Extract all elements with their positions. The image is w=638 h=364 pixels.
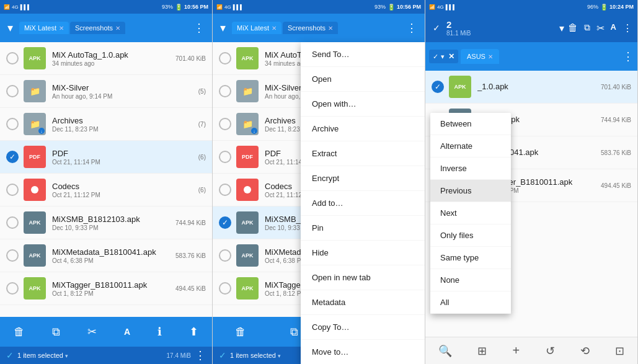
checkbox-4[interactable] bbox=[6, 184, 19, 196]
battery-icon: 🔋 bbox=[175, 4, 182, 11]
bottom-status-1: ✓ 1 item selected ▾ 17.4 MiB ⋮ bbox=[0, 347, 212, 364]
checkbox-1[interactable] bbox=[6, 85, 19, 97]
select-down-btn[interactable]: ✓ ▾ ✕ bbox=[429, 50, 458, 63]
file-item-2[interactable]: 📁 ↓ Archives Dec 11, 8:23 PM (7) bbox=[0, 108, 212, 141]
file-item-1[interactable]: 📁 MiX-Silver An hour ago, 9:14 PM (5) bbox=[0, 75, 212, 108]
search-icon[interactable]: 🔍 bbox=[438, 344, 452, 358]
menu-archive[interactable]: Archive bbox=[301, 117, 425, 141]
status-text-1: 1 item selected ▾ bbox=[17, 352, 163, 359]
select-inverse[interactable]: Inverse bbox=[430, 158, 511, 180]
menu-open-new-tab[interactable]: Open in new tab bbox=[301, 265, 425, 290]
file-item-6[interactable]: APK MiXMetadata_B1810041.apk Oct 4, 6:38… bbox=[0, 239, 212, 272]
checkbox-0[interactable] bbox=[6, 52, 19, 64]
file-info-5: MiXSMB_B1812103.apk Dec 10, 9:33 PM bbox=[52, 215, 175, 231]
signal-4g: 4G bbox=[12, 4, 19, 10]
status-bar-3: 📶 4G ▌▌▌ 96% 🔋 10:24 PM bbox=[425, 0, 637, 14]
select-only-files[interactable]: Only files bbox=[430, 224, 511, 247]
tab-close-1[interactable]: ✕ bbox=[59, 25, 64, 32]
checkbox-5[interactable] bbox=[6, 216, 19, 229]
status-time-3: 10:24 PM bbox=[609, 4, 634, 10]
signal-4g-3: 4G bbox=[437, 4, 444, 10]
menu-pin[interactable]: Pin bbox=[301, 216, 425, 241]
select-all[interactable]: All bbox=[430, 291, 511, 314]
file-info-4: Codecs Oct 21, 11:12 PM bbox=[52, 182, 198, 198]
close-select-icon[interactable]: ✕ bbox=[448, 52, 454, 61]
menu-extract[interactable]: Extract bbox=[301, 141, 425, 166]
cut-icon[interactable]: ✂ bbox=[87, 325, 97, 339]
menu-copy-to[interactable]: Copy To… bbox=[301, 315, 425, 340]
p3-delete-icon[interactable]: 🗑 bbox=[568, 22, 578, 34]
p3-rename-icon[interactable]: A bbox=[611, 22, 616, 34]
info-icon[interactable]: ℹ bbox=[157, 325, 162, 339]
grid-icon[interactable]: ⊞ bbox=[477, 344, 487, 358]
file-info-0: MiX AutoTag_1.0.apk 34 minutes ago bbox=[52, 50, 175, 67]
checkbox-6[interactable] bbox=[6, 249, 19, 262]
select-none[interactable]: None bbox=[430, 269, 511, 291]
p3-more-icon[interactable]: ⋮ bbox=[622, 22, 632, 34]
file-count-2: (7) bbox=[198, 121, 206, 128]
select-between[interactable]: Between bbox=[430, 113, 511, 135]
tab-close-2[interactable]: ✕ bbox=[115, 25, 120, 32]
file-list-3: ✓ APK _1.0.apk 701.40 KiB APK 812103.apk… bbox=[425, 71, 637, 337]
file-item-4[interactable]: Codecs Oct 21, 11:12 PM (6) bbox=[0, 174, 212, 206]
checkbox-7[interactable] bbox=[6, 282, 19, 295]
grid-alt-icon[interactable]: ⊡ bbox=[615, 344, 624, 358]
status-time-1: 10:56 PM bbox=[184, 4, 208, 10]
chevron-down-icon[interactable]: ▾ bbox=[5, 19, 16, 37]
checkbox-2[interactable] bbox=[6, 118, 19, 130]
menu-send-to[interactable]: Send To… bbox=[301, 42, 425, 67]
refresh-icon[interactable]: ↺ bbox=[546, 344, 555, 358]
status-icons-right-3: 96% 🔋 10:24 PM bbox=[587, 4, 634, 11]
more-icon-1[interactable]: ⋮ bbox=[191, 19, 207, 37]
more-icon-bottom-1[interactable]: ⋮ bbox=[195, 348, 206, 362]
p3-file-size-0: 701.40 KiB bbox=[601, 84, 631, 91]
file-icon-0: APK bbox=[24, 47, 46, 69]
share-icon[interactable]: ⬆ bbox=[189, 325, 198, 339]
delete-icon[interactable]: 🗑 bbox=[14, 326, 25, 339]
p3-file-item-0[interactable]: ✓ APK _1.0.apk 701.40 KiB bbox=[425, 71, 637, 104]
history-icon[interactable]: ⟲ bbox=[580, 344, 590, 358]
tab-screenshots-1[interactable]: Screenshots ✕ bbox=[70, 22, 125, 34]
selected-size-1: 17.4 MiB bbox=[167, 352, 191, 359]
select-previous[interactable]: Previous bbox=[430, 180, 511, 202]
selection-title: 2 81.1 MiB bbox=[446, 19, 556, 37]
menu-open-with[interactable]: Open with… bbox=[301, 92, 425, 117]
p3-chevron-down[interactable]: ▾ bbox=[559, 22, 564, 34]
menu-metadata[interactable]: Metadata bbox=[301, 290, 425, 315]
file-name-1: MiX-Silver bbox=[52, 83, 198, 92]
menu-encrypt[interactable]: Encrypt bbox=[301, 166, 425, 191]
rename-icon[interactable]: A bbox=[124, 327, 130, 337]
tab-asus-label: ASUS bbox=[467, 53, 485, 60]
context-menu: Send To… Open Open with… Archive Extract… bbox=[301, 42, 425, 364]
check-selected-icon[interactable]: ✓ bbox=[430, 20, 443, 35]
select-next[interactable]: Next bbox=[430, 202, 511, 224]
select-alternate[interactable]: Alternate bbox=[430, 135, 511, 158]
menu-open[interactable]: Open bbox=[301, 67, 425, 92]
file-icon-1: 📁 bbox=[24, 80, 46, 102]
checkbox-3[interactable]: ✓ bbox=[6, 151, 19, 163]
file-item-7[interactable]: APK MiXTagger_B1810011.apk Oct 1, 8:12 P… bbox=[0, 272, 212, 305]
menu-move-to[interactable]: Move to… bbox=[301, 340, 425, 364]
file-item-0[interactable]: APK MiX AutoTag_1.0.apk 34 minutes ago 7… bbox=[0, 42, 212, 75]
menu-hide[interactable]: Hide bbox=[301, 241, 425, 265]
p3-copy-icon[interactable]: ⧉ bbox=[584, 22, 590, 34]
add-icon[interactable]: + bbox=[512, 344, 520, 358]
selection-dropdown-menu: Between Alternate Inverse Previous Next … bbox=[430, 113, 511, 314]
p3-more-top-icon[interactable]: ⋮ bbox=[622, 50, 634, 63]
panel-3: 📶 4G ▌▌▌ 96% 🔋 10:24 PM ✓ 2 81.1 MiB ▾ 🗑… bbox=[425, 0, 638, 364]
tab-close-asus[interactable]: ✕ bbox=[488, 53, 493, 60]
menu-add-to[interactable]: Add to… bbox=[301, 191, 425, 216]
tab-asus[interactable]: ASUS ✕ bbox=[461, 49, 499, 64]
file-name-5: MiXSMB_B1812103.apk bbox=[52, 215, 175, 224]
copy-icon[interactable]: ⧉ bbox=[52, 326, 60, 339]
tab-mix-latest-1[interactable]: MiX Latest ✕ bbox=[19, 22, 69, 34]
p3-checkbox-0[interactable]: ✓ bbox=[432, 81, 444, 93]
file-item-3[interactable]: ✓ PDF PDF Oct 21, 11:14 PM (6) bbox=[0, 141, 212, 174]
p3-cut-icon[interactable]: ✂ bbox=[596, 22, 605, 34]
file-name-2: Archives bbox=[52, 116, 198, 125]
select-same-type[interactable]: Same type bbox=[430, 247, 511, 269]
file-icon-2: 📁 ↓ bbox=[24, 113, 46, 135]
file-item-5[interactable]: APK MiXSMB_B1812103.apk Dec 10, 9:33 PM … bbox=[0, 206, 212, 239]
toolbar-1: ▾ MiX Latest ✕ Screenshots ✕ ⋮ bbox=[0, 14, 212, 42]
selected-size-3: 81.1 MiB bbox=[446, 30, 556, 37]
